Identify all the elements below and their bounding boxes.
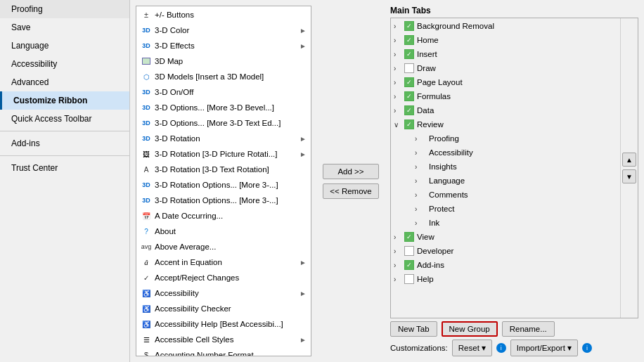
new-tab-button[interactable]: New Tab: [390, 321, 437, 337]
sidebar-item-save[interactable]: Save: [0, 18, 129, 37]
expand-icon: ›: [394, 93, 404, 101]
command-item[interactable]: 📅 A Date Occurring...: [136, 208, 311, 224]
cmd-label: Accessibility Help [Best Accessibi...]: [155, 320, 307, 328]
command-item[interactable]: 3D 3-D Rotation Options... [More 3-...]: [136, 193, 311, 208]
command-item[interactable]: A 3-D Rotation [3-D Text Rotation]: [136, 162, 311, 177]
cmd-label: 3-D Options... [More 3-D Bevel...]: [155, 103, 307, 112]
ribbon-tab-item[interactable]: › Insights: [391, 160, 620, 174]
sidebar-item-language[interactable]: Language: [0, 37, 129, 55]
cmd-label: Above Average...: [155, 243, 307, 251]
ribbon-tab-item[interactable]: › ✓ View: [391, 230, 620, 244]
expand-icon: ›: [394, 37, 404, 44]
command-item[interactable]: 3D 3-D Rotation Options... [More 3-...]: [136, 177, 311, 193]
cmd-icon: $: [141, 349, 152, 356]
sidebar-item-trust-center[interactable]: Trust Center: [0, 159, 129, 177]
ribbon-tab-item[interactable]: › Help: [391, 272, 620, 286]
ribbon-tab-item[interactable]: › ✓ Add-ins: [391, 258, 620, 272]
ribbon-tab-item[interactable]: › Language: [391, 174, 620, 188]
ribbon-scroll-buttons: ▲ ▼: [620, 18, 638, 318]
ribbon-tab-item[interactable]: ∨ ✓ Review: [391, 117, 620, 131]
command-item[interactable]: 3D 3-D Options... [More 3-D Text Ed...]: [136, 115, 311, 131]
command-item[interactable]: ☰ Accessible Cell Styles ►: [136, 332, 311, 347]
command-item[interactable]: ✓ Accept/Reject Changes: [136, 270, 311, 285]
add-button[interactable]: Add >>: [323, 164, 379, 179]
cmd-label: Accessibility Checker: [155, 304, 307, 313]
command-item[interactable]: 3D 3-D Color ►: [136, 22, 311, 38]
ribbon-tab-item[interactable]: › ✓ Data: [391, 103, 620, 117]
command-item[interactable]: 3D Map: [136, 53, 311, 69]
commands-panel: ± +/- Buttons 3D 3-D Color ► 3D 3-D Effe…: [136, 6, 311, 356]
sub-arrow: ›: [415, 163, 425, 171]
sidebar-item-add-ins[interactable]: Add-ins: [0, 134, 129, 153]
command-item[interactable]: $ Accounting Number Format: [136, 347, 311, 356]
cmd-icon: ?: [141, 226, 152, 237]
ribbon-tab-item[interactable]: › Draw: [391, 61, 620, 75]
command-item[interactable]: 3D 3-D Rotation ►: [136, 131, 311, 146]
ribbon-tab-item[interactable]: › ✓ Home: [391, 33, 620, 47]
ribbon-item-label: Page Layout: [417, 78, 617, 86]
command-item[interactable]: 🖼 3-D Rotation [3-D Picture Rotati...] ►: [136, 146, 311, 162]
ribbon-tab-item[interactable]: › Accessibility: [391, 146, 620, 160]
ribbon-scroll-down[interactable]: ▼: [622, 169, 636, 183]
import-export-label: Import/Export: [517, 344, 565, 352]
ribbon-list[interactable]: › ✓ Background Removal › ✓ Home › ✓ Inse…: [391, 18, 620, 318]
sidebar-item-advanced[interactable]: Advanced: [0, 73, 129, 91]
cmd-label: 3-D Rotation: [155, 134, 297, 143]
reset-button[interactable]: Reset ▾: [452, 340, 492, 356]
sidebar-item-quick-access[interactable]: Quick Access Toolbar: [0, 110, 129, 128]
ribbon-bottom: New Tab New Group Rename... Customizatio…: [390, 321, 638, 356]
command-item[interactable]: ♿ Accessibility ►: [136, 285, 311, 301]
ribbon-panel: Main Tabs › ✓ Background Removal › ✓ Hom…: [390, 6, 638, 356]
ribbon-tab-item[interactable]: › ✓ Formulas: [391, 89, 620, 103]
ribbon-item-label: Home: [417, 36, 617, 44]
command-item[interactable]: â Accent in Equation ►: [136, 254, 311, 270]
ribbon-tab-item[interactable]: › Comments: [391, 188, 620, 202]
ribbon-tab-item[interactable]: › ✓ Background Removal: [391, 19, 620, 33]
ribbon-tab-item[interactable]: › ✓ Insert: [391, 47, 620, 61]
reset-dropdown-arrow: ▾: [482, 343, 486, 353]
customizations-label: Customizations:: [390, 344, 448, 352]
cmd-label: Accept/Reject Changes: [155, 273, 307, 282]
command-item[interactable]: ± +/- Buttons: [136, 7, 311, 22]
ribbon-tab-item[interactable]: › Proofing: [391, 131, 620, 146]
remove-button[interactable]: << Remove: [323, 183, 379, 199]
commands-list[interactable]: ± +/- Buttons 3D 3-D Color ► 3D 3-D Effe…: [136, 6, 311, 356]
cmd-label: 3D Map: [155, 57, 307, 65]
cmd-icon: ♿: [141, 287, 152, 299]
expand-icon: ›: [394, 22, 404, 30]
new-group-button[interactable]: New Group: [442, 321, 498, 337]
import-export-info-icon[interactable]: i: [582, 343, 592, 353]
ribbon-tab-item[interactable]: › ✓ Page Layout: [391, 75, 620, 89]
cmd-label: Accent in Equation: [155, 258, 297, 266]
ribbon-tab-item[interactable]: › Developer: [391, 244, 620, 258]
command-item[interactable]: 3D 3-D Effects ►: [136, 38, 311, 53]
sub-arrow: ›: [415, 149, 425, 157]
ribbon-item-label: Protect: [426, 205, 617, 213]
ribbon-tab-item[interactable]: › Protect: [391, 202, 620, 216]
sidebar-item-proofing[interactable]: Proofing: [0, 0, 129, 18]
ribbon-item-label: Accessibility: [426, 148, 617, 157]
command-item[interactable]: 3D 3-D Options... [More 3-D Bevel...]: [136, 100, 311, 115]
sidebar-item-accessibility[interactable]: Accessibility: [0, 55, 129, 73]
command-item[interactable]: ♿ Accessibility Help [Best Accessibi...]: [136, 316, 311, 332]
cmd-icon: 📅: [141, 210, 152, 221]
check-icon: ✓: [404, 119, 415, 130]
reset-info-icon[interactable]: i: [496, 343, 506, 353]
cmd-icon: 3D: [141, 86, 152, 98]
sidebar-item-customize-ribbon[interactable]: Customize Ribbon: [0, 91, 129, 110]
import-export-button[interactable]: Import/Export ▾: [510, 340, 578, 356]
command-item[interactable]: ⬡ 3D Models [Insert a 3D Model]: [136, 69, 311, 84]
expand-icon: ∨: [394, 121, 404, 129]
ribbon-scroll-up[interactable]: ▲: [622, 153, 636, 167]
command-item[interactable]: 3D 3-D On/Off: [136, 84, 311, 100]
sidebar: Proofing Save Language Accessibility Adv…: [0, 0, 130, 362]
expand-icon: ›: [394, 233, 404, 241]
command-item[interactable]: ? About: [136, 224, 311, 239]
cmd-icon: ✓: [141, 272, 152, 283]
cmd-arrow: ►: [300, 27, 307, 34]
rename-button[interactable]: Rename...: [502, 321, 555, 337]
command-item[interactable]: ♿ Accessibility Checker: [136, 301, 311, 316]
command-item[interactable]: avg Above Average...: [136, 239, 311, 254]
ribbon-tab-item[interactable]: › Ink: [391, 216, 620, 230]
cmd-label: 3-D Rotation [3-D Picture Rotati...]: [155, 150, 297, 158]
